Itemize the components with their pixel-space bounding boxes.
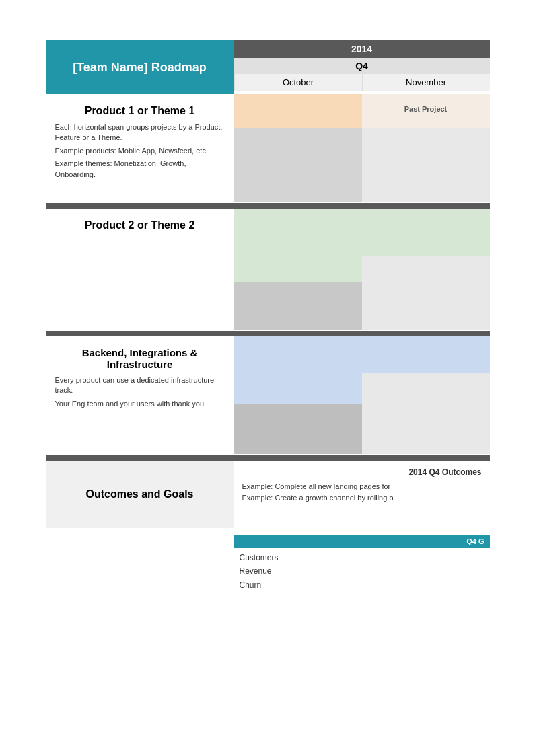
product1-label: Product 1 or Theme 1 Each horizontal spa… — [46, 94, 234, 202]
goals-section: Q4 G Customers Revenue Churn — [46, 535, 490, 602]
be-nov-top — [362, 336, 490, 373]
months-row: October November — [234, 74, 490, 91]
p2-oct-top — [234, 209, 362, 256]
separator1 — [46, 203, 490, 209]
separator2 — [46, 331, 490, 336]
outcomes-label: Outcomes and Goals — [46, 461, 234, 528]
p2-nov-top — [362, 209, 490, 256]
outcomes-content: 2014 Q4 Outcomes Example: Complete all n… — [234, 461, 490, 528]
backend-content — [234, 336, 490, 454]
backend-title: Backend, Integrations & Infrastructure — [55, 347, 225, 370]
goals-items: Customers Revenue Churn — [234, 548, 490, 595]
product2-section: Product 2 or Theme 2 — [46, 209, 490, 330]
product1-desc2: Example products: Mobile App, Newsfeed, … — [55, 146, 225, 156]
quarter-row: Q4 — [234, 58, 490, 74]
year-quarter-block: 2014 Q4 October November — [234, 40, 490, 94]
backend-label: Backend, Integrations & Infrastructure E… — [46, 336, 234, 454]
goals-label — [46, 535, 234, 602]
backend-section: Backend, Integrations & Infrastructure E… — [46, 336, 490, 454]
product1-content: Past Project — [234, 94, 490, 202]
product2-label: Product 2 or Theme 2 — [46, 209, 234, 330]
product2-title: Product 2 or Theme 2 — [55, 219, 225, 231]
outcomes-line2: Example: Create a growth channel by roll… — [242, 492, 482, 504]
p2-nov-mid — [362, 256, 490, 282]
p2-oct-bottom — [234, 282, 362, 330]
quarter-label: Q4 — [355, 61, 368, 71]
past-project-label: Past Project — [362, 105, 490, 113]
goals-header-bar: Q4 G — [234, 535, 490, 548]
product1-title: Product 1 or Theme 1 — [55, 105, 225, 117]
be-nov-bottom — [362, 404, 490, 454]
backend-desc1: Every product can use a dedicated infras… — [55, 375, 225, 396]
be-oct-bottom — [234, 404, 362, 454]
header-section: [Team Name] Roadmap 2014 Q4 October Nove… — [46, 40, 490, 94]
roadmap-page: [Team Name] Roadmap 2014 Q4 October Nove… — [46, 40, 490, 602]
be-oct-mid — [234, 373, 362, 404]
goal-item-customers: Customers — [240, 551, 485, 564]
separator3 — [46, 455, 490, 461]
be-nov-mid — [362, 373, 490, 404]
backend-desc2: Your Eng team and your users with thank … — [55, 399, 225, 409]
p1-oct-bottom — [234, 128, 362, 202]
p1-oct-top — [234, 94, 362, 128]
month-october: October — [234, 74, 362, 91]
goal-item-revenue: Revenue — [240, 564, 485, 578]
p2-nov-bottom — [362, 282, 490, 330]
outcomes-section: Outcomes and Goals 2014 Q4 Outcomes Exam… — [46, 461, 490, 528]
product1-desc1: Each horizontal span groups projects by … — [55, 122, 225, 143]
goals-content: Q4 G Customers Revenue Churn — [234, 535, 490, 602]
outcomes-title: Outcomes and Goals — [85, 488, 193, 500]
be-oct-top — [234, 336, 362, 373]
product1-desc3: Example themes: Monetization, Growth, On… — [55, 159, 225, 180]
product1-section: Product 1 or Theme 1 Each horizontal spa… — [46, 94, 490, 202]
month-november: November — [362, 74, 490, 91]
year-label: 2014 — [351, 44, 372, 54]
outcomes-header: 2014 Q4 Outcomes — [242, 467, 482, 477]
team-name-label: [Team Name] Roadmap — [73, 61, 207, 75]
year-row: 2014 — [234, 40, 490, 58]
team-name-cell: [Team Name] Roadmap — [46, 40, 234, 94]
product2-content — [234, 209, 490, 330]
outcomes-line1: Example: Complete all new landing pages … — [242, 481, 482, 492]
p2-oct-mid — [234, 256, 362, 282]
goal-item-churn: Churn — [240, 578, 485, 592]
p1-nov-bottom — [362, 128, 490, 202]
